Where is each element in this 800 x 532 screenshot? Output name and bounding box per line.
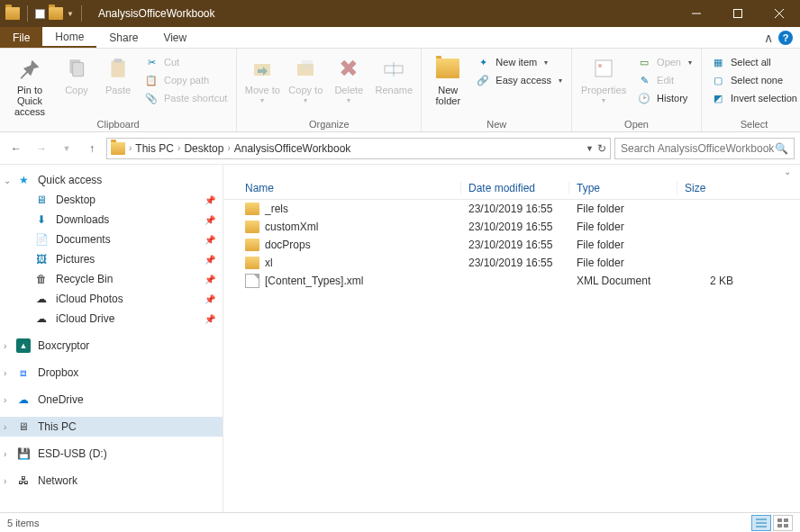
- qat-checkbox-icon[interactable]: [35, 9, 45, 19]
- paste-button[interactable]: Paste: [99, 50, 137, 95]
- item-count: 5 items: [7, 518, 39, 528]
- select-all-button[interactable]: ▦Select all: [707, 54, 800, 70]
- group-organize: Move to▾ Copy to▾ ✖ Delete▾ Rename Organ…: [237, 49, 422, 131]
- svg-rect-20: [777, 524, 782, 527]
- file-name: docProps: [265, 239, 311, 251]
- copy-button[interactable]: Copy: [58, 50, 95, 95]
- forward-button[interactable]: →: [31, 138, 52, 159]
- column-headers: Name Date modified Type Size: [223, 176, 800, 200]
- file-type: File folder: [569, 239, 677, 251]
- delete-button[interactable]: ✖ Delete▾: [329, 50, 368, 105]
- nav-recycle-bin[interactable]: 🗑Recycle Bin📌: [0, 269, 223, 289]
- table-row[interactable]: customXml23/10/2019 16:55File folder: [223, 218, 800, 236]
- folder-icon: [245, 221, 259, 233]
- pin-icon: 📌: [205, 195, 215, 205]
- file-list: ⌄ Name Date modified Type Size _rels23/1…: [223, 165, 800, 512]
- tab-home[interactable]: Home: [42, 27, 96, 48]
- crumb-current[interactable]: AnalysisOfficeWorkbook: [234, 142, 351, 155]
- file-date: 23/10/2019 16:55: [461, 239, 569, 251]
- file-type: XML Document: [569, 275, 677, 287]
- back-button[interactable]: ←: [5, 138, 27, 159]
- invert-selection-button[interactable]: ◩Invert selection: [707, 90, 800, 106]
- pin-icon: 📌: [205, 314, 215, 324]
- nav-icloud-photos[interactable]: ☁iCloud Photos📌: [0, 289, 223, 309]
- table-row[interactable]: [Content_Types].xmlXML Document2 KB: [223, 272, 800, 290]
- qat-folder-icon[interactable]: [49, 7, 63, 20]
- svg-rect-21: [784, 524, 788, 527]
- paste-shortcut-button[interactable]: 📎Paste shortcut: [141, 90, 231, 106]
- easy-access-button[interactable]: 🔗Easy access▾: [472, 72, 566, 88]
- svg-point-14: [598, 64, 602, 68]
- nav-quick-access[interactable]: ⌄★Quick access: [0, 170, 223, 190]
- close-button[interactable]: [759, 0, 800, 27]
- nav-this-pc[interactable]: ›🖥This PC: [0, 417, 223, 437]
- ribbon-collapse-icon[interactable]: ∧: [764, 31, 773, 45]
- pin-icon: 📌: [205, 275, 215, 284]
- select-none-button[interactable]: ▢Select none: [707, 72, 800, 88]
- tab-view[interactable]: View: [150, 27, 199, 48]
- group-new: New folder ✦New item▾ 🔗Easy access▾ New: [422, 49, 572, 131]
- minimize-button[interactable]: [676, 0, 717, 27]
- col-name[interactable]: Name: [238, 182, 461, 194]
- recent-locations-button[interactable]: ▼: [56, 138, 77, 159]
- nav-dropbox[interactable]: ›⧈Dropbox: [0, 363, 223, 383]
- svg-rect-10: [302, 60, 313, 69]
- copy-path-button[interactable]: 📋Copy path: [141, 72, 231, 88]
- new-folder-button[interactable]: New folder: [427, 50, 468, 106]
- tab-share[interactable]: Share: [96, 27, 150, 48]
- nav-documents[interactable]: 📄Documents📌: [0, 230, 223, 249]
- column-chevron-icon[interactable]: ⌄: [223, 165, 800, 176]
- help-icon[interactable]: ?: [778, 31, 793, 45]
- crumb-thispc[interactable]: This PC›: [135, 142, 180, 155]
- address-bar[interactable]: › This PC› Desktop› AnalysisOfficeWorkbo…: [106, 138, 611, 159]
- new-item-button[interactable]: ✦New item▾: [472, 54, 566, 70]
- svg-rect-19: [784, 518, 788, 522]
- nav-network[interactable]: ›🖧Network: [0, 471, 223, 491]
- edit-button[interactable]: ✎Edit: [633, 72, 695, 88]
- nav-desktop[interactable]: 🖥Desktop📌: [0, 190, 223, 210]
- details-view-button[interactable]: [751, 515, 771, 531]
- svg-rect-6: [111, 60, 124, 77]
- file-type: File folder: [569, 221, 677, 233]
- svg-rect-1: [734, 10, 742, 18]
- up-button[interactable]: ↑: [81, 138, 103, 159]
- folder-icon: [245, 257, 259, 269]
- search-input[interactable]: Search AnalysisOfficeWorkbook 🔍: [614, 138, 795, 159]
- group-select: ▦Select all ▢Select none ◩Invert selecti…: [702, 49, 800, 131]
- address-dropdown-icon[interactable]: ▼: [586, 144, 594, 153]
- col-date[interactable]: Date modified: [461, 182, 569, 194]
- tab-file[interactable]: File: [0, 27, 42, 48]
- copy-to-button[interactable]: Copy to▾: [286, 50, 325, 105]
- pin-icon: 📌: [205, 215, 215, 225]
- app-icon: [5, 7, 20, 20]
- history-button[interactable]: 🕑History: [633, 90, 695, 106]
- crumb-desktop[interactable]: Desktop›: [184, 142, 230, 155]
- col-size[interactable]: Size: [677, 182, 741, 194]
- nav-pictures[interactable]: 🖼Pictures📌: [0, 249, 223, 269]
- properties-button[interactable]: Properties▾: [577, 50, 630, 105]
- table-row[interactable]: _rels23/10/2019 16:55File folder: [223, 200, 800, 218]
- col-type[interactable]: Type: [569, 182, 677, 194]
- navigation-pane: ⌄★Quick access 🖥Desktop📌 ⬇Downloads📌 📄Do…: [0, 165, 223, 512]
- qat-dropdown-icon[interactable]: ▼: [67, 10, 74, 18]
- rename-button[interactable]: Rename: [372, 50, 415, 95]
- file-size: 2 KB: [677, 275, 741, 287]
- address-bar-row: ← → ▼ ↑ › This PC› Desktop› AnalysisOffi…: [0, 132, 800, 165]
- refresh-button[interactable]: ↻: [597, 142, 606, 155]
- maximize-button[interactable]: [717, 0, 759, 27]
- cut-button[interactable]: ✂Cut: [141, 54, 231, 70]
- table-row[interactable]: docProps23/10/2019 16:55File folder: [223, 236, 800, 254]
- nav-downloads[interactable]: ⬇Downloads📌: [0, 210, 223, 230]
- nav-boxcryptor[interactable]: ›▲Boxcryptor: [0, 336, 223, 356]
- move-to-button[interactable]: Move to▾: [242, 50, 282, 105]
- nav-icloud-drive[interactable]: ☁iCloud Drive📌: [0, 309, 223, 329]
- nav-esd-usb[interactable]: ›💾ESD-USB (D:): [0, 444, 223, 464]
- nav-onedrive[interactable]: ›☁OneDrive: [0, 390, 223, 410]
- large-icons-view-button[interactable]: [773, 515, 793, 531]
- search-icon: 🔍: [775, 142, 788, 155]
- pin-quick-access-button[interactable]: Pin to Quick access: [5, 50, 54, 117]
- table-row[interactable]: xl23/10/2019 16:55File folder: [223, 254, 800, 272]
- open-button[interactable]: ▭Open▾: [633, 54, 695, 70]
- pin-icon: 📌: [205, 235, 215, 245]
- svg-rect-5: [73, 63, 84, 77]
